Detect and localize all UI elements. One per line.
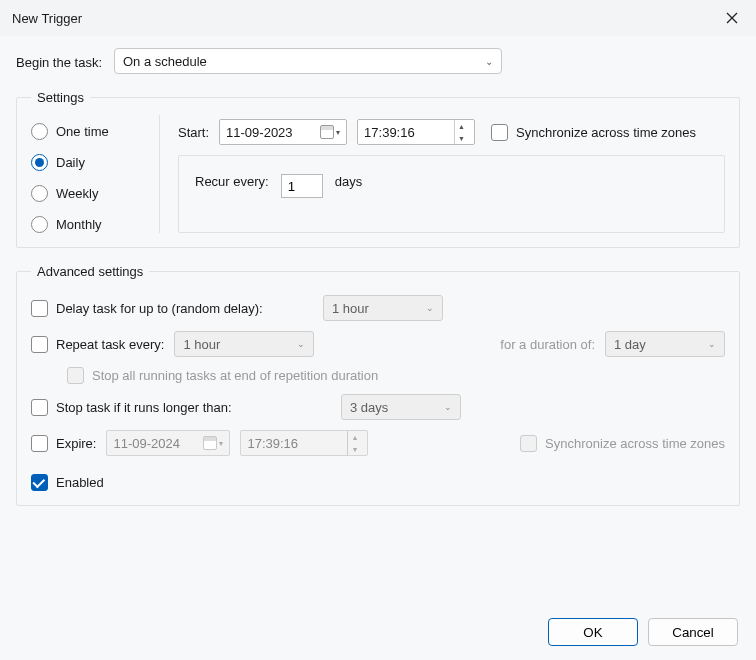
time-spinner[interactable]: ▲ ▼	[454, 120, 468, 144]
expire-time-input[interactable]: 17:39:16 ▲ ▼	[240, 430, 368, 456]
expire-sync-tz-label: Synchronize across time zones	[545, 436, 725, 451]
repeat-for-combo[interactable]: 1 day ⌄	[605, 331, 725, 357]
titlebar: New Trigger	[0, 0, 756, 36]
recur-value-input[interactable]	[281, 174, 323, 198]
checkbox-icon	[67, 367, 84, 384]
chevron-down-icon: ▾	[219, 439, 223, 448]
divider	[159, 115, 160, 233]
start-time-value: 17:39:16	[364, 125, 415, 140]
recur-label: Recur every:	[195, 174, 269, 189]
stop-long-value: 3 days	[350, 400, 388, 415]
delay-value-combo[interactable]: 1 hour ⌄	[323, 295, 443, 321]
advanced-group: Advanced settings Delay task for up to (…	[16, 264, 740, 506]
checkbox-icon	[31, 300, 48, 317]
calendar-icon	[320, 125, 334, 139]
delay-value: 1 hour	[332, 301, 369, 316]
begin-task-label: Begin the task:	[16, 53, 102, 70]
radio-monthly[interactable]: Monthly	[31, 216, 141, 233]
recur-unit: days	[335, 174, 362, 189]
expire-checkbox[interactable]: Expire:	[31, 435, 96, 452]
spinner-down-icon: ▼	[348, 443, 361, 455]
radio-icon	[31, 154, 48, 171]
checkbox-icon	[31, 336, 48, 353]
expire-label: Expire:	[56, 436, 96, 451]
sync-tz-checkbox[interactable]: Synchronize across time zones	[491, 124, 696, 141]
stop-long-checkbox[interactable]: Stop task if it runs longer than:	[31, 399, 331, 416]
time-spinner[interactable]: ▲ ▼	[347, 431, 361, 455]
begin-task-value: On a schedule	[123, 54, 207, 69]
repeat-label: Repeat task every:	[56, 337, 164, 352]
spinner-down-icon: ▼	[455, 132, 468, 144]
expire-date-value: 11-09-2024	[113, 436, 180, 451]
frequency-radios: One time Daily Weekly Monthly	[31, 115, 141, 233]
spinner-up-icon: ▲	[455, 120, 468, 132]
stop-long-label: Stop task if it runs longer than:	[56, 400, 232, 415]
repeat-value: 1 hour	[183, 337, 220, 352]
start-label: Start:	[178, 125, 209, 140]
sync-tz-label: Synchronize across time zones	[516, 125, 696, 140]
checkbox-icon	[491, 124, 508, 141]
calendar-icon	[203, 436, 217, 450]
ok-button[interactable]: OK	[548, 618, 638, 646]
expire-sync-tz-checkbox: Synchronize across time zones	[520, 435, 725, 452]
advanced-legend: Advanced settings	[31, 264, 149, 279]
chevron-down-icon: ⌄	[297, 339, 305, 349]
start-date-input[interactable]: 11-09-2023 ▾	[219, 119, 347, 145]
spinner-up-icon: ▲	[348, 431, 361, 443]
expire-date-input[interactable]: 11-09-2024 ▾	[106, 430, 230, 456]
chevron-down-icon: ⌄	[485, 56, 493, 67]
delay-checkbox[interactable]: Delay task for up to (random delay):	[31, 300, 313, 317]
radio-label: Monthly	[56, 217, 102, 232]
settings-legend: Settings	[31, 90, 90, 105]
repeat-for-value: 1 day	[614, 337, 646, 352]
settings-group: Settings One time Daily Weekly Monthly	[16, 90, 740, 248]
repeat-value-combo[interactable]: 1 hour ⌄	[174, 331, 314, 357]
radio-icon	[31, 123, 48, 140]
window-title: New Trigger	[12, 11, 82, 26]
cancel-button[interactable]: Cancel	[648, 618, 738, 646]
repeat-checkbox[interactable]: Repeat task every:	[31, 336, 164, 353]
radio-one-time[interactable]: One time	[31, 123, 141, 140]
checkbox-icon	[31, 474, 48, 491]
close-icon[interactable]	[718, 4, 746, 32]
chevron-down-icon: ⌄	[426, 303, 434, 313]
radio-label: Daily	[56, 155, 85, 170]
begin-task-combo[interactable]: On a schedule ⌄	[114, 48, 502, 74]
expire-time-value: 17:39:16	[247, 436, 298, 451]
checkbox-icon	[520, 435, 537, 452]
stop-repeat-checkbox: Stop all running tasks at end of repetit…	[67, 367, 378, 384]
stop-repeat-label: Stop all running tasks at end of repetit…	[92, 368, 378, 383]
repeat-for-label: for a duration of:	[500, 337, 595, 352]
chevron-down-icon: ⌄	[708, 339, 716, 349]
radio-icon	[31, 216, 48, 233]
stop-long-combo[interactable]: 3 days ⌄	[341, 394, 461, 420]
start-date-value: 11-09-2023	[226, 125, 293, 140]
start-time-input[interactable]: 17:39:16 ▲ ▼	[357, 119, 475, 145]
delay-label: Delay task for up to (random delay):	[56, 301, 263, 316]
enabled-checkbox[interactable]: Enabled	[31, 474, 104, 491]
radio-label: One time	[56, 124, 109, 139]
checkbox-icon	[31, 435, 48, 452]
enabled-label: Enabled	[56, 475, 104, 490]
radio-label: Weekly	[56, 186, 98, 201]
radio-weekly[interactable]: Weekly	[31, 185, 141, 202]
recur-box: Recur every: days	[178, 155, 725, 233]
chevron-down-icon: ▾	[336, 128, 340, 137]
chevron-down-icon: ⌄	[444, 402, 452, 412]
radio-icon	[31, 185, 48, 202]
radio-daily[interactable]: Daily	[31, 154, 141, 171]
checkbox-icon	[31, 399, 48, 416]
